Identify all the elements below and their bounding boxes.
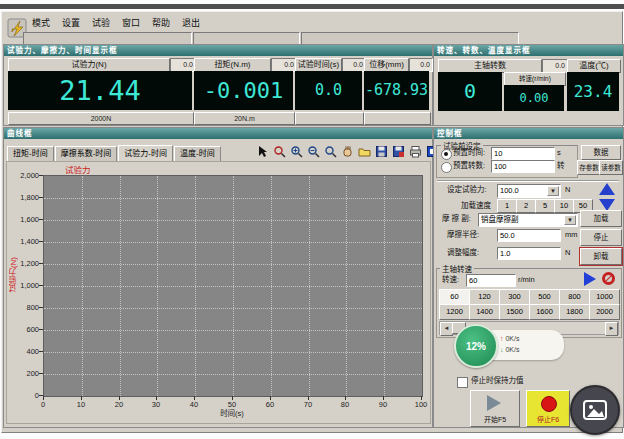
display-lcd: -678.93 bbox=[364, 71, 429, 110]
spindle-revs-label: 主轴转数 bbox=[438, 59, 542, 73]
gridline bbox=[120, 176, 121, 396]
screenshot-overlay-button[interactable] bbox=[570, 385, 620, 435]
speed-grid-button[interactable]: 1000 bbox=[589, 289, 620, 305]
select-cursor-icon[interactable] bbox=[256, 144, 269, 157]
curve-tab[interactable]: 温度-时间 bbox=[174, 146, 221, 161]
speed-input[interactable]: 60 bbox=[466, 274, 516, 287]
menu-item[interactable]: 模式 bbox=[32, 16, 50, 29]
image-icon bbox=[583, 400, 607, 420]
gridline bbox=[157, 176, 158, 396]
gridline bbox=[346, 176, 347, 396]
menu-item[interactable]: 设置 bbox=[62, 16, 80, 29]
y-tick-mark bbox=[39, 351, 43, 352]
zoom-restore-icon[interactable] bbox=[324, 144, 337, 157]
zoom-in-icon[interactable] bbox=[290, 144, 303, 157]
cpu-gauge-overlay[interactable]: 12% bbox=[454, 324, 498, 368]
chevron-down-icon[interactable]: ▼ bbox=[564, 215, 576, 225]
preset-revs-label: 预置转数: bbox=[453, 160, 485, 172]
speed-grid-button[interactable]: 1200 bbox=[439, 304, 470, 320]
y-tick-label: 600 bbox=[9, 325, 39, 334]
y-tick-label: 2,000 bbox=[9, 171, 39, 180]
friction-radius-input[interactable]: 50.0 bbox=[497, 229, 561, 242]
friction-pair-combo[interactable]: 销盘摩擦副 ▼ bbox=[478, 213, 578, 227]
save-as-icon[interactable] bbox=[392, 144, 405, 157]
speed-grid-button[interactable]: 800 bbox=[559, 289, 590, 305]
stop-button[interactable]: 停止 bbox=[580, 229, 622, 246]
open-file-icon[interactable] bbox=[358, 144, 371, 157]
x-tick-mark bbox=[119, 396, 120, 400]
preset-time-input[interactable]: 10 bbox=[491, 147, 555, 160]
hold-force-checkbox[interactable] bbox=[457, 377, 468, 388]
speed-grid-button[interactable]: 1800 bbox=[559, 304, 590, 320]
chart-plot[interactable] bbox=[43, 175, 423, 397]
menu-item[interactable]: 试验 bbox=[92, 16, 110, 29]
x-tick-label: 20 bbox=[115, 400, 123, 409]
display-group: 扭矩(N.m)0.0-0.00120N.m bbox=[194, 56, 293, 124]
y-tick-label: 800 bbox=[9, 303, 39, 312]
y-tick-mark bbox=[39, 263, 43, 264]
speed-grid-button[interactable]: 2000 bbox=[589, 304, 620, 320]
pan-hand-icon[interactable] bbox=[341, 144, 354, 157]
unload-button[interactable]: 卸载 bbox=[580, 248, 622, 265]
y-tick-label: 1,200 bbox=[9, 259, 39, 268]
chart-x-axis-label: 时间(s) bbox=[220, 407, 244, 418]
curve-tab[interactable]: 摩擦系数-时间 bbox=[55, 146, 118, 161]
zoom-window-icon[interactable] bbox=[273, 144, 286, 157]
preset-time-radio[interactable] bbox=[441, 149, 452, 160]
speed-temp-display-panel: 转速、转数、温度显示框 主轴转数 0.0 0 转速(r/min) 0.00 温度… bbox=[433, 44, 624, 126]
preset-revs-input[interactable]: 100 bbox=[491, 160, 555, 173]
curve-panel: 曲线框 扭矩-时间摩擦系数-时间试验力-时间温度-时间 试验力 试验力(N) 2… bbox=[3, 127, 433, 428]
x-tick-mark bbox=[232, 396, 233, 400]
preset-revs-radio[interactable] bbox=[441, 162, 452, 173]
spindle-stop-icon[interactable] bbox=[602, 272, 615, 285]
load-speed-button[interactable]: 2 bbox=[516, 199, 536, 213]
x-tick-mark bbox=[270, 396, 271, 400]
stop-f6-button[interactable]: 停止F6 bbox=[526, 390, 570, 427]
load-speed-button[interactable]: 10 bbox=[554, 199, 574, 213]
spindle-start-icon[interactable] bbox=[584, 272, 596, 286]
play-icon bbox=[487, 395, 501, 411]
window-top-edge bbox=[0, 4, 624, 9]
menu-item[interactable]: 退出 bbox=[182, 16, 200, 29]
speed-grid-button[interactable]: 60 bbox=[439, 289, 470, 305]
speed-grid-button[interactable]: 1400 bbox=[469, 304, 500, 320]
curve-tab[interactable]: 试验力-时间 bbox=[118, 145, 173, 162]
display-group: 试验力(N)0.021.442000N bbox=[8, 56, 192, 124]
display-lcd: 21.44 bbox=[8, 71, 192, 110]
scroll-right-icon[interactable]: ► bbox=[605, 322, 618, 336]
x-tick-label: 10 bbox=[77, 400, 85, 409]
adjust-amplitude-input[interactable]: 1.0 bbox=[497, 247, 561, 260]
speed-grid-button[interactable]: 300 bbox=[499, 289, 530, 305]
set-force-combo[interactable]: 100.0 ▼ bbox=[497, 184, 561, 198]
speed-grid-button[interactable]: 1500 bbox=[499, 304, 530, 320]
load-speed-button[interactable]: 5 bbox=[535, 199, 555, 213]
y-tick-mark bbox=[39, 219, 43, 220]
menu-item[interactable]: 窗口 bbox=[122, 16, 140, 29]
upload-arrow-icon: ↑ bbox=[500, 335, 504, 342]
speed-grid-button[interactable]: 500 bbox=[529, 289, 560, 305]
load-button[interactable]: 加载 bbox=[580, 210, 622, 227]
temperature-lcd: 23.4 bbox=[567, 72, 619, 111]
data-button[interactable]: 数据 bbox=[581, 145, 621, 160]
chevron-down-icon[interactable]: ▼ bbox=[547, 186, 559, 196]
chart-area: 试验力 试验力(N) 2,0001,8001,6001,4001,2001,00… bbox=[6, 161, 431, 424]
load-speed-button[interactable]: 1 bbox=[497, 199, 517, 213]
read-params-button[interactable]: 读参数 bbox=[599, 160, 623, 175]
x-tick-label: 30 bbox=[152, 400, 160, 409]
save-icon[interactable] bbox=[375, 144, 388, 157]
curve-tab[interactable]: 扭矩-时间 bbox=[7, 146, 54, 161]
zoom-out-icon[interactable] bbox=[307, 144, 320, 157]
menu-item[interactable]: 帮助 bbox=[152, 16, 170, 29]
friction-radius-unit: mm bbox=[565, 229, 578, 241]
start-button[interactable]: 开始F5 bbox=[470, 390, 520, 427]
speed-grid-button[interactable]: 120 bbox=[469, 289, 500, 305]
x-tick-mark bbox=[81, 396, 82, 400]
force-up-arrow-icon[interactable] bbox=[599, 183, 615, 195]
display-lcd: 0.0 bbox=[295, 71, 362, 110]
y-tick-mark bbox=[39, 285, 43, 286]
friction-radius-label: 摩擦半径: bbox=[447, 229, 479, 241]
save-params-button[interactable]: 存参数 bbox=[577, 160, 601, 175]
gridline bbox=[195, 176, 196, 396]
speed-grid-button[interactable]: 1600 bbox=[529, 304, 560, 320]
print-icon[interactable] bbox=[409, 144, 422, 157]
